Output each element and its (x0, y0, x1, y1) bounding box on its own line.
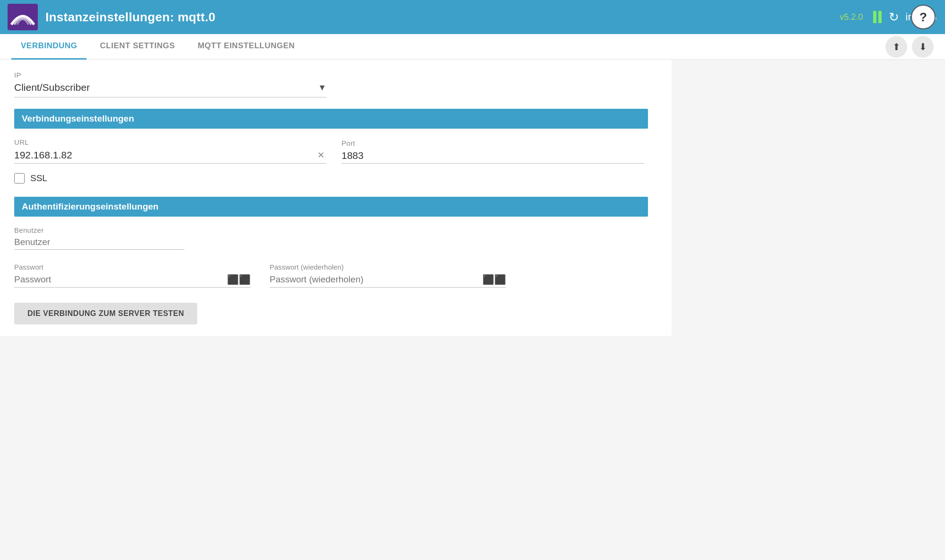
chevron-down-icon: ▼ (318, 83, 326, 93)
tab-verbindung-label: VERBINDUNG (21, 41, 77, 51)
tab-client-settings-label: CLIENT SETTINGS (100, 41, 175, 51)
port-label: Port (341, 139, 644, 147)
upload-icon: ⬆ (892, 41, 901, 52)
benutzer-label: Benutzer (14, 226, 657, 234)
tab-client-settings[interactable]: CLIENT SETTINGS (90, 34, 184, 60)
verbindungseinstellungen-header: Verbindungseinstellungen (14, 109, 648, 129)
url-label: URL (14, 138, 326, 146)
url-field-wrap: URL 192.168.1.82 ✕ (14, 138, 326, 164)
ip-select-value: Client/Subscriber (14, 82, 318, 93)
passwort-repeat-toggle-button[interactable]: ⬛⬛ (482, 274, 506, 285)
refresh-button[interactable]: ↻ (889, 10, 899, 25)
benutzer-wrap: Benutzer (14, 226, 657, 250)
url-input-wrap: 192.168.1.82 ✕ (14, 149, 326, 164)
passwort-repeat-field-wrap: Passwort (wiederholen) ⬛⬛ (270, 263, 506, 288)
url-clear-button[interactable]: ✕ (315, 149, 326, 161)
eye-repeat-icon: ⬛⬛ (482, 274, 506, 285)
url-value: 192.168.1.82 (14, 149, 315, 161)
auth-section-header: Authentifizierungseinstellungen (14, 197, 648, 217)
port-field-wrap: Port (341, 139, 644, 164)
header-title: Instanzeinstellungen: mqtt.0 (45, 10, 834, 25)
pause-bar-left (873, 11, 876, 23)
tab-mqtt-einstellungen-label: MQTT EINSTELLUNGEN (198, 41, 295, 51)
ssl-checkbox[interactable] (14, 173, 25, 184)
help-button[interactable]: ? (911, 5, 936, 29)
header: Instanzeinstellungen: mqtt.0 v5.2.0 ↻ in… (0, 0, 945, 34)
passwort-repeat-input[interactable] (270, 274, 482, 285)
tab-verbindung[interactable]: VERBINDUNG (11, 34, 87, 60)
test-connection-button[interactable]: DIE VERBINDUNG ZUM SERVER TESTEN (14, 303, 197, 324)
tabs-bar: VERBINDUNG CLIENT SETTINGS MQTT EINSTELL… (0, 34, 945, 60)
pause-bar-right (878, 11, 882, 23)
ip-field-group: IP Client/Subscriber ▼ (14, 71, 657, 97)
download-icon: ⬇ (919, 41, 927, 52)
download-button[interactable]: ⬇ (912, 36, 934, 58)
passwort-toggle-button[interactable]: ⬛⬛ (227, 274, 251, 285)
passwort-repeat-label: Passwort (wiederholen) (270, 263, 506, 271)
passwort-input[interactable] (14, 274, 227, 285)
port-input[interactable] (341, 150, 644, 164)
refresh-icon: ↻ (889, 10, 899, 24)
password-row: Passwort ⬛⬛ Passwort (wiederholen) ⬛⬛ (14, 263, 657, 288)
logo-icon (8, 4, 38, 30)
url-port-row: URL 192.168.1.82 ✕ Port (14, 138, 657, 164)
benutzer-input[interactable] (14, 237, 184, 250)
pause-button[interactable] (873, 11, 882, 23)
tab-mqtt-einstellungen[interactable]: MQTT EINSTELLUNGEN (188, 34, 304, 60)
eye-icon: ⬛⬛ (227, 274, 251, 285)
passwort-label: Passwort (14, 263, 251, 271)
passwort-repeat-input-row: ⬛⬛ (270, 274, 506, 288)
close-icon: ✕ (317, 150, 324, 160)
ssl-label: SSL (30, 173, 47, 184)
question-mark-icon: ? (919, 10, 927, 25)
passwort-input-row: ⬛⬛ (14, 274, 251, 288)
test-connection-label: DIE VERBINDUNG ZUM SERVER TESTEN (27, 309, 184, 317)
main-content: IP Client/Subscriber ▼ Verbindungseinste… (0, 60, 672, 336)
ip-label: IP (14, 71, 657, 79)
header-version: v5.2.0 (840, 12, 863, 22)
passwort-field-wrap: Passwort ⬛⬛ (14, 263, 251, 288)
tabs-actions: ⬆ ⬇ (885, 36, 934, 58)
upload-button[interactable]: ⬆ (885, 36, 907, 58)
ip-select[interactable]: Client/Subscriber ▼ (14, 82, 326, 97)
ssl-row: SSL (14, 173, 657, 184)
